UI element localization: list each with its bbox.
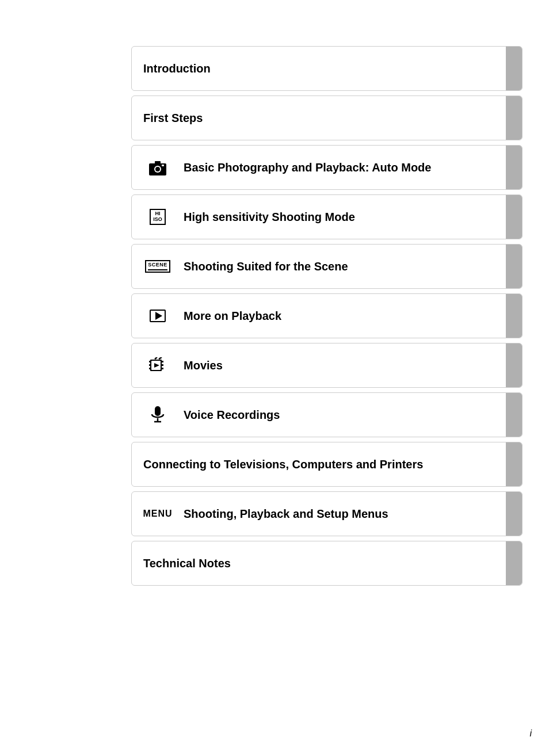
toc-label-technical-notes: Technical Notes — [143, 557, 231, 570]
camera-icon — [143, 159, 172, 175]
toc-row-introduction[interactable]: Introduction — [131, 46, 523, 91]
toc-row-voice-recordings[interactable]: Voice Recordings — [131, 392, 523, 437]
play-button-icon — [150, 310, 166, 322]
page-container: Introduction First Steps — [0, 0, 549, 756]
toc-tab-connecting — [506, 442, 522, 486]
toc-tab-voice-recordings — [506, 393, 522, 437]
svg-line-15 — [159, 357, 162, 359]
toc-label-high-sensitivity: High sensitivity Shooting Mode — [184, 211, 355, 224]
toc-row-movies[interactable]: Movies — [131, 343, 523, 388]
svg-rect-4 — [162, 165, 164, 166]
toc-tab-basic-photography — [506, 146, 522, 189]
svg-rect-11 — [162, 361, 163, 362]
toc-row-menus[interactable]: MENU Shooting, Playback and Setup Menus — [131, 491, 523, 536]
toc-label-more-playback: More on Playback — [184, 310, 281, 323]
toc-row-first-steps[interactable]: First Steps — [131, 96, 523, 140]
toc-tab-technical-notes — [506, 541, 522, 585]
toc-row-basic-photography[interactable]: Basic Photography and Playback: Auto Mod… — [131, 145, 523, 190]
scene-icon: SCENE — [143, 260, 172, 273]
toc-label-shooting-scene: Shooting Suited for the Scene — [184, 260, 348, 273]
toc-row-connecting[interactable]: Connecting to Televisions, Computers and… — [131, 442, 523, 487]
toc-row-high-sensitivity[interactable]: HI ISO High sensitivity Shooting Mode — [131, 194, 523, 239]
svg-rect-12 — [162, 364, 163, 366]
toc-tab-more-playback — [506, 294, 522, 338]
toc-label-introduction: Introduction — [143, 62, 211, 75]
svg-rect-10 — [149, 368, 151, 369]
toc-tab-high-sensitivity — [506, 195, 522, 239]
toc-tab-menus — [506, 492, 522, 536]
toc-tab-introduction — [506, 47, 522, 90]
svg-point-3 — [155, 167, 160, 171]
toc-wrapper: Introduction First Steps — [131, 46, 523, 586]
toc-label-menus: Shooting, Playback and Setup Menus — [184, 507, 388, 521]
play-icon — [143, 310, 172, 322]
toc-tab-movies — [506, 343, 522, 387]
toc-label-connecting: Connecting to Televisions, Computers and… — [143, 458, 423, 471]
toc-row-more-playback[interactable]: More on Playback — [131, 293, 523, 338]
toc-row-technical-notes[interactable]: Technical Notes — [131, 541, 523, 586]
toc-label-voice-recordings: Voice Recordings — [184, 408, 280, 422]
microphone-icon — [143, 406, 172, 423]
page-number: i — [529, 728, 532, 739]
movie-icon — [143, 357, 172, 373]
svg-rect-9 — [149, 364, 151, 366]
svg-line-14 — [155, 357, 157, 359]
svg-rect-8 — [149, 361, 151, 362]
svg-rect-13 — [162, 368, 163, 369]
svg-rect-1 — [155, 161, 161, 165]
menu-text-icon: MENU — [143, 509, 172, 519]
toc-row-shooting-scene[interactable]: SCENE Shooting Suited for the Scene — [131, 244, 523, 289]
toc-tab-shooting-scene — [506, 245, 522, 288]
svg-rect-16 — [155, 406, 161, 416]
toc-label-first-steps: First Steps — [143, 112, 203, 125]
toc-tab-first-steps — [506, 96, 522, 140]
toc-label-movies: Movies — [184, 359, 223, 372]
menu-icon: MENU — [143, 509, 172, 519]
toc-label-basic-photography: Basic Photography and Playback: Auto Mod… — [184, 161, 431, 174]
hi-iso-icon: HI ISO — [143, 209, 172, 225]
